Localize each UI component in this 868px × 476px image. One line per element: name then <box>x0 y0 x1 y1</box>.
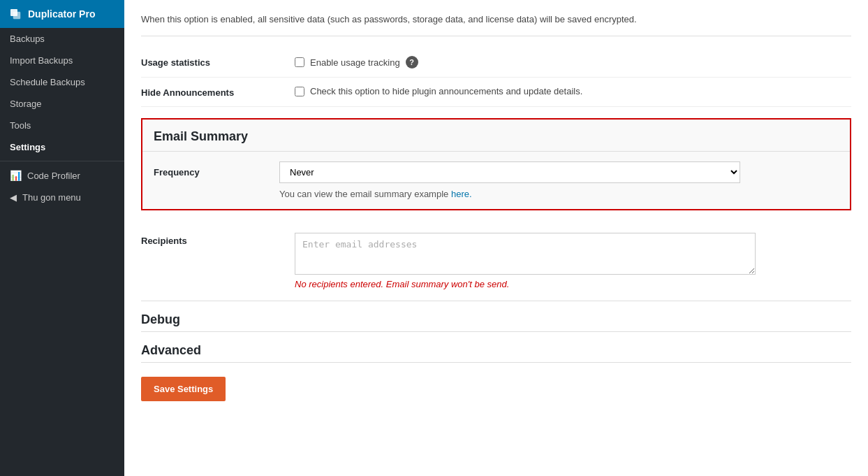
collapse-label: Thu gon menu <box>22 192 81 203</box>
sidebar: Duplicator Pro Backups Import Backups Sc… <box>0 0 124 476</box>
frequency-row: Frequency Never Daily Weekly Monthly <box>154 161 839 183</box>
sidebar-item-settings[interactable]: Settings <box>0 136 124 158</box>
usage-statistics-label: Usage statistics <box>141 56 295 68</box>
sidebar-header[interactable]: Duplicator Pro <box>0 0 124 28</box>
recipients-label: Recipients <box>141 233 295 246</box>
sidebar-divider <box>0 161 124 161</box>
usage-statistics-control: Enable usage tracking ? <box>295 56 851 68</box>
hide-announcements-text: Check this option to hide plugin announc… <box>310 86 582 96</box>
usage-statistics-row: Usage statistics Enable usage tracking ? <box>141 48 851 78</box>
usage-tracking-label: Enable usage tracking <box>310 57 400 68</box>
sidebar-item-schedule-backups[interactable]: Schedule Backups <box>0 71 124 93</box>
svg-rect-1 <box>13 12 20 19</box>
content-area: When this option is enabled, all sensiti… <box>124 0 868 476</box>
hide-announcements-checkbox[interactable] <box>295 87 304 96</box>
sidebar-item-backups[interactable]: Backups <box>0 28 124 50</box>
recipients-control: No recipients entered. Email summary won… <box>295 233 851 289</box>
hide-announcements-label: Hide Announcements <box>141 86 295 98</box>
sidebar-collapse[interactable]: ◀ Thu gon menu <box>0 187 124 208</box>
code-profiler-label: Code Profiler <box>27 171 80 181</box>
save-settings-button[interactable]: Save Settings <box>141 377 226 401</box>
debug-section: Debug <box>141 301 851 332</box>
usage-help-icon[interactable]: ? <box>406 56 418 68</box>
debug-title: Debug <box>141 312 851 327</box>
top-notice: When this option is enabled, all sensiti… <box>141 11 851 36</box>
advanced-title: Advanced <box>141 343 851 358</box>
frequency-label: Frequency <box>154 167 279 178</box>
sidebar-nav: Backups Import Backups Schedule Backups … <box>0 28 124 476</box>
email-summary-box: Email Summary Frequency Never Daily Week… <box>141 118 851 210</box>
email-summary-content: Frequency Never Daily Weekly Monthly You… <box>142 152 850 209</box>
frequency-hint: You can view the email summary example h… <box>279 189 839 199</box>
hide-announcements-row: Hide Announcements Check this option to … <box>141 78 851 107</box>
duplicator-icon <box>8 7 22 21</box>
hide-announcements-control: Check this option to hide plugin announc… <box>295 86 851 96</box>
sidebar-item-storage[interactable]: Storage <box>0 93 124 115</box>
app-name: Duplicator Pro <box>28 8 95 20</box>
recipients-textarea[interactable] <box>295 233 756 275</box>
recipients-row: Recipients No recipients entered. Email … <box>141 222 851 301</box>
email-summary-title: Email Summary <box>142 120 850 152</box>
email-summary-example-link[interactable]: here. <box>451 189 472 199</box>
frequency-select[interactable]: Never Daily Weekly Monthly <box>279 161 740 183</box>
sidebar-item-import-backups[interactable]: Import Backups <box>0 50 124 71</box>
arrow-left-icon: ◀ <box>10 192 17 203</box>
usage-tracking-checkbox[interactable] <box>295 57 304 67</box>
sidebar-item-tools[interactable]: Tools <box>0 115 124 136</box>
bar-chart-icon: 📊 <box>10 170 22 181</box>
main-content: When this option is enabled, all sensiti… <box>124 0 868 476</box>
recipients-error: No recipients entered. Email summary won… <box>295 279 851 289</box>
sidebar-item-code-profiler[interactable]: 📊 Code Profiler <box>0 164 124 187</box>
advanced-section: Advanced <box>141 332 851 363</box>
